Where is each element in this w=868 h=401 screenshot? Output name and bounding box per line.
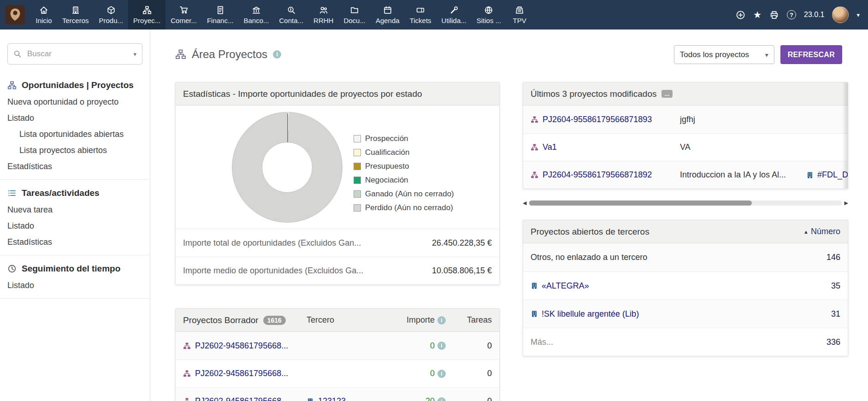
bank-icon — [252, 6, 261, 15]
column-header-tercero[interactable]: Tercero — [307, 315, 385, 325]
draft-projects-header: Proyectos Borrador 1616 Tercero Importe … — [176, 309, 499, 332]
projects-icon — [142, 6, 152, 15]
right-column: Últimos 3 proyectos modificados ... PJ26… — [523, 82, 848, 356]
legend-item: Negociación — [354, 176, 454, 185]
sidebar-search[interactable] — [7, 43, 142, 65]
project-icon — [531, 143, 538, 151]
bookmarks-icon[interactable] — [753, 10, 762, 19]
search-input[interactable] — [26, 49, 129, 59]
nav-item-agenda[interactable]: Agenda — [371, 0, 405, 29]
nav-item-rrhh[interactable]: RRHH — [308, 0, 338, 29]
thirdparty-row: !SK libellule argentée (Lib) 31 — [523, 300, 848, 328]
project-ref-link[interactable]: PJ2604-95586179566871893 — [531, 115, 680, 124]
project-ref-link[interactable]: PJ2602-945861795668... — [183, 396, 307, 401]
project-filter-select[interactable]: Todos los proyectos — [674, 45, 774, 64]
top-navbar: Inicio Terceros Produ... Proyec... Comer… — [0, 0, 868, 29]
opportunities-donut-chart-area: Prospección Cualificación Presupuesto Ne… — [176, 106, 499, 229]
project-title: jgfhj — [680, 115, 806, 124]
importe-info-icon[interactable] — [437, 342, 446, 350]
thirdparty-row: «ALTEGRA» 35 — [523, 271, 848, 300]
nav-item-inicio[interactable]: Inicio — [30, 0, 57, 29]
draft-project-row: PJ2602-945861795668... 0 0 — [176, 360, 499, 387]
thirdparty-link[interactable]: 123123 — [307, 396, 385, 401]
importe-info-icon[interactable] — [437, 397, 446, 401]
chart-legend: Prospección Cualificación Presupuesto Ne… — [354, 134, 454, 212]
user-menu-caret-icon[interactable] — [856, 12, 860, 18]
add-icon[interactable] — [736, 10, 745, 20]
task-list-icon — [7, 189, 17, 198]
thirdparty-link[interactable]: #FDL_DI — [806, 170, 848, 180]
user-avatar[interactable] — [832, 6, 849, 23]
last-modified-projects-card: Últimos 3 proyectos modificados ... PJ26… — [523, 82, 848, 189]
more-link[interactable]: Más... — [531, 337, 790, 347]
scroll-left-arrow[interactable] — [523, 200, 526, 206]
sidebar-header-tareas-actividades[interactable]: Tareas/actividades — [0, 183, 150, 202]
nav-item-proyectos[interactable]: Proyec... — [128, 0, 165, 29]
logo-icon — [6, 5, 25, 24]
project-count: 336 — [827, 337, 840, 347]
importe-info-icon[interactable] — [437, 370, 446, 378]
sidebar-item-listado-proyectos[interactable]: Listado — [0, 110, 150, 126]
commerce-icon — [179, 6, 189, 15]
nav-item-productos[interactable]: Produ... — [94, 0, 129, 29]
scroll-right-arrow[interactable] — [844, 200, 848, 206]
sidebar-item-listado-tiempo[interactable]: Listado — [0, 277, 150, 294]
scrollbar-track[interactable] — [529, 200, 842, 206]
sidebar-item-nueva-tarea[interactable]: Nueva tarea — [0, 202, 150, 218]
help-icon[interactable] — [787, 10, 796, 19]
open-thirdparty-header: Proyectos abiertos de terceros Número — [523, 220, 848, 243]
refresh-button[interactable]: REFRESCAR — [780, 45, 842, 64]
scrollbar-thumb[interactable] — [529, 200, 751, 206]
stat-row-total: Importe total de oportunidades (Excluido… — [176, 229, 499, 257]
left-column: Estadísticas - Importe oportunidades de … — [175, 82, 500, 401]
importe-info-icon[interactable] — [437, 316, 446, 324]
nav-item-contabilidad[interactable]: Conta... — [274, 0, 309, 29]
column-header-importe[interactable]: Importe — [407, 315, 446, 325]
company-icon — [531, 282, 538, 289]
project-ref-link[interactable]: Va1 — [531, 142, 680, 152]
nav-item-documentos[interactable]: Docu... — [338, 0, 371, 29]
sidebar-item-lista-oportunidades-abiertas[interactable]: Lista oportunidades abiertas — [0, 126, 150, 142]
column-header-tareas[interactable]: Tareas — [467, 315, 492, 325]
sidebar-item-listado-tareas[interactable]: Listado — [0, 218, 150, 234]
search-options-caret-icon[interactable] — [133, 51, 136, 58]
tareas-value: 0 — [487, 341, 492, 351]
nav-item-terceros[interactable]: Terceros — [57, 0, 94, 29]
project-ref-link[interactable]: PJ2602-945861795668... — [183, 369, 307, 378]
legend-item: Prospección — [354, 134, 454, 143]
horizontal-scrollbar — [523, 200, 848, 206]
app-logo[interactable] — [0, 0, 30, 29]
nav-item-tpv[interactable]: TPV — [506, 0, 533, 29]
thirdparty-link[interactable]: !SK libellule argentée (Lib) — [531, 309, 790, 319]
importe-value: 0 — [430, 369, 435, 378]
sort-by-number[interactable]: Número — [803, 227, 840, 236]
legend-item: Presupuesto — [354, 162, 454, 171]
thirdparty-link[interactable]: «ALTEGRA» — [531, 281, 790, 291]
draft-project-row: PJ2602-945861795668... 123123 20 0 — [176, 387, 499, 401]
project-ref-link[interactable]: PJ2602-945861795668... — [183, 341, 307, 351]
tools-icon — [449, 6, 459, 15]
nav-item-financiera[interactable]: Financ... — [202, 0, 239, 29]
print-icon[interactable] — [769, 10, 779, 20]
sitemap-icon — [7, 81, 17, 90]
project-ref-link[interactable]: PJ2604-95586179566871892 — [531, 170, 680, 180]
nav-item-sitios[interactable]: Sitios ... — [472, 0, 506, 29]
accounting-icon — [287, 6, 296, 15]
project-title: VA — [680, 142, 806, 152]
sidebar-header-oportunidades-proyectos[interactable]: Oportunidades | Proyectos — [0, 76, 150, 94]
nav-item-comercial[interactable]: Comer... — [165, 0, 202, 29]
sidebar-item-nueva-oportunidad[interactable]: Nueva oportunidad o proyecto — [0, 94, 150, 110]
title-info-icon[interactable] — [273, 50, 281, 59]
thirdparties-icon — [71, 6, 80, 15]
left-sidebar: Oportunidades | Proyectos Nueva oportuni… — [0, 29, 150, 401]
sidebar-item-lista-proyectos-abiertos[interactable]: Lista proyectos abiertos — [0, 142, 150, 159]
sidebar-item-estadisticas-tareas[interactable]: Estadísticas — [0, 234, 150, 250]
nav-item-utilidades[interactable]: Utilida... — [437, 0, 472, 29]
main-content: Área Proyectos Todos los proyectos REFRE… — [151, 29, 868, 401]
nav-item-tickets[interactable]: Tickets — [405, 0, 437, 29]
sidebar-item-estadisticas-proyectos[interactable]: Estadísticas — [0, 159, 150, 175]
sidebar-header-seguimiento-tiempo[interactable]: Seguimiento del tiempo — [0, 259, 150, 277]
nav-item-bancos[interactable]: Banco... — [238, 0, 274, 29]
version-label: 23.0.1 — [804, 11, 824, 19]
search-icon — [13, 50, 22, 58]
